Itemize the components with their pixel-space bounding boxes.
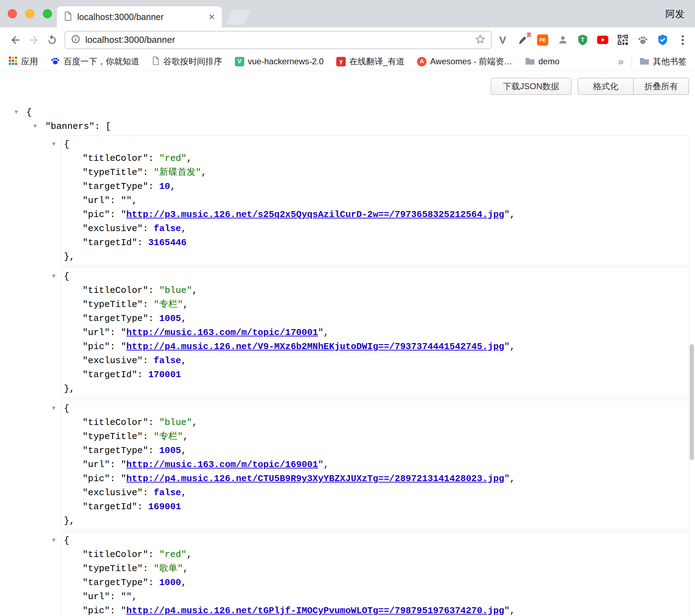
- json-key: "targetType": [82, 577, 148, 588]
- collapse-toggle-icon[interactable]: ▼: [33, 119, 37, 133]
- json-number-value: 1005: [159, 313, 181, 324]
- browser-menu-icon[interactable]: [677, 34, 689, 46]
- punctuation: :: [137, 237, 148, 248]
- back-button[interactable]: [6, 31, 25, 49]
- collapse-toggle-icon[interactable]: ▼: [14, 105, 18, 119]
- bookmarks-overflow-icon[interactable]: »: [618, 56, 624, 67]
- json-field-row: "typeTitle": "新碟首发",: [82, 165, 685, 179]
- punctuation: ,: [183, 299, 188, 310]
- bookmark-star-icon[interactable]: [475, 34, 485, 46]
- punctuation: :: [110, 459, 121, 470]
- collapse-all-button[interactable]: 折叠所有: [633, 78, 689, 95]
- qr-code-icon[interactable]: [617, 34, 629, 46]
- json-key: "targetType": [82, 313, 148, 324]
- json-object-fields: "titleColor": "blue","typeTitle": "专栏","…: [82, 415, 685, 514]
- format-button[interactable]: 格式化: [578, 78, 634, 95]
- fehelper-icon[interactable]: FE: [537, 34, 549, 46]
- punctuation: :: [110, 605, 121, 616]
- url-text[interactable]: localhost:3000/banner: [85, 34, 475, 45]
- download-json-button[interactable]: 下载JSON数据: [491, 78, 571, 95]
- punctuation: :: [148, 153, 159, 164]
- reload-button[interactable]: [43, 31, 61, 49]
- json-array-open: ▼"banners": [: [45, 119, 695, 133]
- collapse-toggle-icon[interactable]: ▼: [52, 269, 55, 283]
- json-link[interactable]: http://music.163.com/m/topic/169001: [126, 459, 318, 470]
- json-field-row: "targetId": 169001: [82, 500, 685, 514]
- green-shield-t-icon[interactable]: T: [577, 34, 589, 46]
- accounts-person-icon[interactable]: [557, 34, 569, 46]
- scrollbar-thumb[interactable]: [690, 344, 694, 460]
- collapse-toggle-icon[interactable]: ▼: [52, 137, 55, 151]
- paw-extension-icon[interactable]: [637, 34, 649, 46]
- json-key: "exclusive": [82, 487, 143, 498]
- browser-toolbar: localhost:3000/banner V 英 FE T: [0, 27, 695, 52]
- minimize-window-button[interactable]: [25, 9, 34, 18]
- json-key: "typeTitle": [82, 563, 143, 574]
- json-link[interactable]: http://p4.music.126.net/tGPljf-IMOCyPvum…: [126, 605, 504, 616]
- profile-name[interactable]: 阿发: [666, 8, 684, 20]
- bookmarks-divider: [631, 56, 632, 67]
- forward-button[interactable]: [25, 31, 43, 49]
- collapse-toggle-icon[interactable]: ▼: [52, 533, 55, 548]
- json-field-row: "titleColor": "red",: [82, 151, 685, 165]
- punctuation: :: [137, 502, 148, 512]
- baidu-paw-icon: [51, 56, 60, 67]
- bookmark-google-sort[interactable]: 谷歌按时间排序: [152, 56, 222, 67]
- json-key: "titleColor": [82, 153, 148, 164]
- youdao-dict-pen-icon[interactable]: 英: [517, 34, 529, 46]
- fullscreen-window-button[interactable]: [43, 9, 52, 18]
- bookmark-vue-hackernews[interactable]: V vue-hackernews-2.0: [235, 57, 324, 66]
- tab-close-icon[interactable]: ×: [208, 12, 215, 22]
- json-object-open: ▼{: [64, 533, 685, 548]
- json-object-open: ▼{: [64, 401, 685, 415]
- punctuation: ,: [324, 327, 329, 338]
- bookmark-youdao-translate[interactable]: y 在线翻译_有道: [336, 56, 404, 67]
- punctuation: :: [148, 181, 159, 192]
- json-viewer-actions: 下载JSON数据 格式化 折叠所有: [0, 71, 695, 95]
- bookmark-folder-demo[interactable]: demo: [525, 57, 560, 66]
- other-bookmarks-folder[interactable]: 其他书签: [640, 56, 687, 67]
- json-field-row: "pic": "http://p4.music.126.net/V9-MXz6b…: [82, 340, 685, 354]
- json-link[interactable]: http://p4.music.126.net/V9-MXz6b2MNhEKju…: [126, 341, 504, 352]
- json-field-row: "targetType": 1005,: [82, 444, 685, 458]
- folder-icon: [525, 57, 535, 66]
- v-extension-icon[interactable]: V: [497, 34, 509, 46]
- json-link[interactable]: http://p4.music.126.net/CTU5B9R9y3XyYBZX…: [126, 473, 504, 484]
- bookmark-baidu[interactable]: 百度一下，你就知道: [51, 56, 139, 67]
- punctuation: ": [121, 341, 126, 352]
- punctuation: :: [148, 417, 159, 428]
- json-string-value: "专栏": [154, 299, 183, 310]
- punctuation: :: [143, 299, 154, 310]
- json-object-close: },: [64, 514, 685, 528]
- json-tree: ▼{▼"banners": [▼{"titleColor": "red","ty…: [0, 105, 695, 616]
- json-field-row: "pic": "http://p4.music.126.net/tGPljf-I…: [82, 604, 685, 616]
- punctuation: ,: [181, 355, 187, 366]
- json-key: "targetId": [82, 369, 137, 380]
- punctuation: :: [148, 549, 159, 560]
- youdao-icon: y: [336, 57, 346, 66]
- punctuation: ,: [181, 487, 187, 498]
- bookmark-awesomes[interactable]: A Awesomes - 前端资…: [417, 56, 512, 67]
- punctuation: ": [121, 327, 126, 338]
- svg-text:T: T: [581, 37, 584, 43]
- youtube-icon[interactable]: [597, 34, 609, 46]
- punctuation: ,: [186, 153, 192, 164]
- brace: {: [64, 403, 70, 414]
- json-link[interactable]: http://music.163.com/m/topic/170001: [126, 327, 318, 338]
- address-bar[interactable]: localhost:3000/banner: [65, 31, 492, 49]
- site-info-icon[interactable]: [71, 34, 80, 45]
- page-favicon-icon: [64, 11, 72, 22]
- brace: {: [64, 139, 70, 150]
- json-object-close: },: [64, 382, 685, 396]
- json-key: "pic": [82, 341, 110, 352]
- punctuation: ": [318, 459, 324, 470]
- bookmark-apps[interactable]: 应用: [8, 56, 38, 67]
- new-tab-button[interactable]: [226, 10, 251, 25]
- json-link[interactable]: http://p3.music.126.net/s25q2x5QyqsAzilC…: [126, 209, 504, 220]
- browser-tab[interactable]: localhost:3000/banner ×: [57, 6, 222, 27]
- collapse-toggle-icon[interactable]: ▼: [52, 401, 55, 415]
- blue-shield-check-icon[interactable]: [657, 34, 669, 46]
- json-key: "pic": [82, 473, 110, 484]
- close-window-button[interactable]: [8, 9, 17, 18]
- json-key: "titleColor": [82, 549, 148, 560]
